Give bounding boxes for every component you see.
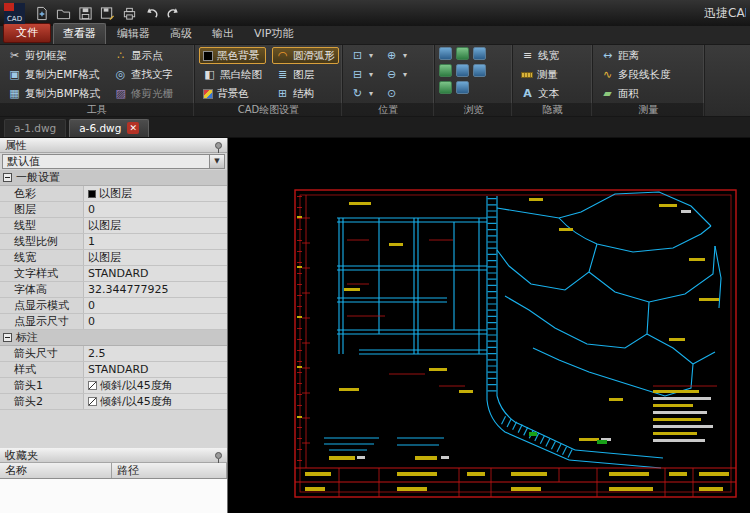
tab-advanced[interactable]: 高级	[161, 24, 201, 44]
preset-dropdown[interactable]: 默认值 ▼	[2, 154, 225, 169]
zoom-fit-button[interactable]: ⊡▾	[347, 47, 377, 64]
zoom-selection-button[interactable]: ⊙	[381, 85, 411, 102]
area-button[interactable]: ▰ 面积	[597, 85, 675, 102]
property-label: 点显示模式	[0, 298, 84, 313]
property-value[interactable]: STANDARD	[84, 266, 227, 281]
smooth-arc-toggle[interactable]: ◠ 圆滑弧形	[272, 47, 339, 64]
trim-raster-button: ▨ 修剪光栅	[110, 85, 177, 102]
favorites-list[interactable]	[0, 479, 227, 513]
zoom-window-button[interactable]: ⊟▾	[347, 66, 377, 83]
drawing-building-grid	[337, 218, 487, 354]
browse-model-button[interactable]	[473, 64, 486, 77]
layers-button[interactable]: ≣ 图层	[272, 66, 339, 83]
print-button[interactable]	[119, 3, 139, 23]
property-value[interactable]: STANDARD	[84, 362, 227, 377]
collapse-icon[interactable]	[3, 333, 12, 342]
polyline-length-label: 多段线长度	[618, 68, 671, 82]
black-white-drawing-button[interactable]: ◧ 黑白绘图	[199, 66, 266, 83]
pin-icon[interactable]	[215, 452, 222, 459]
ribbon-group-browse: 浏览	[435, 45, 513, 116]
property-value[interactable]: 0	[84, 314, 227, 329]
property-value[interactable]: 0	[84, 298, 227, 313]
lineweight-toggle[interactable]: ≡ 线宽	[517, 47, 563, 64]
browse-sheet-button[interactable]	[439, 81, 452, 94]
copy-as-emf-button[interactable]: ▣ 复制为EMF格式	[4, 66, 104, 83]
zoom-out-icon: ⊖	[385, 68, 398, 81]
dropdown-caret-icon: ▾	[403, 51, 407, 60]
browse-view-button[interactable]	[456, 81, 469, 94]
property-label: 线型比例	[0, 234, 84, 249]
pin-icon[interactable]	[215, 142, 222, 149]
browse-next-button[interactable]	[473, 47, 486, 60]
property-value[interactable]: 1	[84, 234, 227, 249]
distance-button[interactable]: ↔ 距离	[597, 47, 675, 64]
rotate-view-button[interactable]: ↻▾	[347, 85, 377, 102]
group-general-label: 一般设置	[16, 170, 60, 185]
browse-prev-button[interactable]	[456, 47, 469, 60]
property-label: 样式	[0, 362, 84, 377]
property-row-text-style: 文字样式 STANDARD	[0, 266, 227, 282]
measure-toggle[interactable]: 测量	[517, 66, 563, 83]
property-value[interactable]: 以图层	[84, 218, 227, 233]
chevron-down-icon[interactable]: ▼	[209, 155, 224, 168]
drawing-legend	[653, 386, 717, 442]
group-dimension[interactable]: 标注	[0, 330, 227, 346]
background-color-button[interactable]: 背景色	[199, 85, 266, 102]
lineweight-label: 线宽	[538, 49, 559, 63]
drawing-canvas[interactable]	[228, 138, 750, 513]
property-row-dim-style: 样式 STANDARD	[0, 362, 227, 378]
close-tab-icon[interactable]: ✕	[127, 122, 139, 134]
main-area: 属性 默认值 ▼ 一般设置 色彩 以图层 图层 0	[0, 138, 750, 513]
property-value[interactable]: 以图层	[84, 186, 227, 201]
copy-bmp-icon: ▦	[8, 87, 21, 100]
area-label: 面积	[618, 87, 639, 101]
find-text-button[interactable]: ◎ 查找文字	[110, 66, 177, 83]
show-points-button[interactable]: ∴ 显示点	[110, 47, 177, 64]
ruler-icon	[521, 72, 533, 78]
new-file-button[interactable]	[31, 3, 51, 23]
copy-as-bmp-button[interactable]: ▦ 复制为BMP格式	[4, 85, 104, 102]
zoom-in-button[interactable]: ⊕▾	[381, 47, 411, 64]
property-value[interactable]: 2.5	[84, 346, 227, 361]
tab-viewer[interactable]: 查看器	[53, 23, 106, 44]
redo-button[interactable]	[163, 3, 183, 23]
property-value[interactable]: 倾斜/以45度角	[84, 378, 227, 393]
find-text-label: 查找文字	[131, 68, 173, 82]
clip-frame-button[interactable]: ✂ 剪切框架	[4, 47, 104, 64]
text-toggle[interactable]: A 文本	[517, 85, 563, 102]
tab-editor[interactable]: 编辑器	[108, 24, 159, 44]
redo-icon	[166, 6, 181, 21]
black-background-label: 黑色背景	[217, 49, 259, 63]
browse-first-button[interactable]	[439, 47, 452, 60]
collapse-icon[interactable]	[3, 173, 12, 182]
property-label: 线型	[0, 218, 84, 233]
structure-icon: ⊞	[276, 87, 289, 100]
path-column-header[interactable]: 路径	[112, 463, 227, 478]
property-value[interactable]: 倾斜/以45度角	[84, 394, 227, 409]
browse-layout-button[interactable]	[456, 64, 469, 77]
save-as-button[interactable]	[97, 3, 117, 23]
group-general-settings[interactable]: 一般设置	[0, 170, 227, 186]
structure-button[interactable]: ⊞ 结构	[272, 85, 339, 102]
open-file-button[interactable]	[53, 3, 73, 23]
dropdown-caret-icon: ▾	[403, 70, 407, 79]
polyline-length-button[interactable]: ∿ 多段线长度	[597, 66, 675, 83]
doc-tab-a1[interactable]: a-1.dwg	[4, 119, 66, 137]
tab-vip[interactable]: VIP功能	[245, 24, 302, 44]
browse-last-button[interactable]	[439, 64, 452, 77]
tab-output[interactable]: 输出	[203, 24, 243, 44]
property-value[interactable]: 32.344777925	[84, 282, 227, 297]
lineweight-icon: ≡	[521, 49, 534, 62]
property-value[interactable]: 0	[84, 202, 227, 217]
property-value-text: 倾斜/以45度角	[100, 378, 173, 393]
file-menu-button[interactable]: 文件	[3, 23, 51, 43]
undo-button[interactable]	[141, 3, 161, 23]
doc-tab-a6[interactable]: a-6.dwg ✕	[69, 119, 149, 137]
save-button[interactable]	[75, 3, 95, 23]
copy-emf-icon: ▣	[8, 68, 21, 81]
group-label-cad-settings: CAD绘图设置	[195, 103, 342, 116]
black-background-toggle[interactable]: 黑色背景	[199, 47, 266, 64]
name-column-header[interactable]: 名称	[0, 463, 112, 478]
property-value[interactable]: 以图层	[84, 250, 227, 265]
zoom-out-button[interactable]: ⊖▾	[381, 66, 411, 83]
